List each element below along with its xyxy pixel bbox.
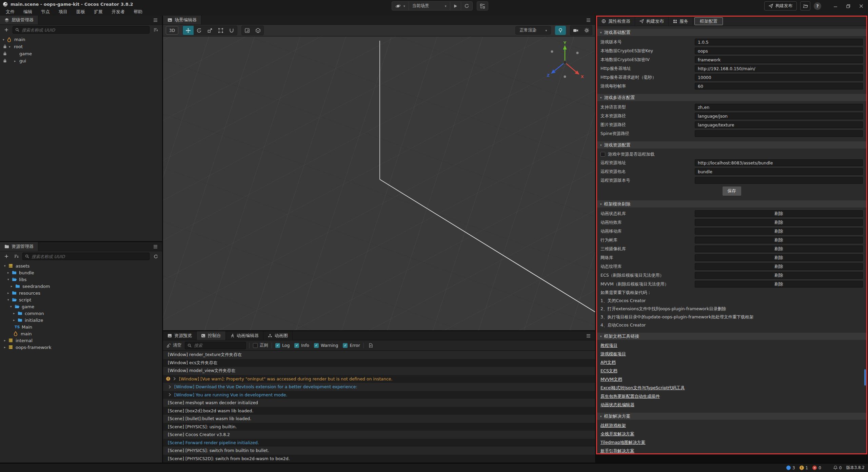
- build-publish-button[interactable]: 构建发布: [764, 1, 797, 11]
- tree-node-main[interactable]: ▾main: [0, 36, 162, 43]
- save-button[interactable]: 保存: [723, 186, 741, 196]
- field-input[interactable]: oops: [695, 47, 863, 54]
- checkbox-info[interactable]: [294, 343, 299, 348]
- tree-node-libs[interactable]: ▾libs: [0, 276, 162, 283]
- console-message[interactable]: [Window] model_view文件夹存在: [163, 367, 595, 375]
- tab-build[interactable]: 构建发布: [635, 17, 669, 26]
- tab-assets[interactable]: 资源管理器: [0, 242, 38, 251]
- chevron-right-icon[interactable]: ▸: [14, 59, 19, 63]
- field-input[interactable]: 10000: [695, 74, 863, 81]
- doc-link[interactable]: 游戏模板项目: [600, 351, 626, 357]
- panel-menu-icon[interactable]: [585, 332, 592, 339]
- chevron-down-icon[interactable]: ▾: [4, 264, 8, 268]
- menu-help[interactable]: 帮助: [129, 8, 147, 16]
- tree-node-Main[interactable]: TSMain: [0, 323, 162, 330]
- doc-link[interactable]: MVVM文档: [600, 377, 622, 382]
- menu-extension[interactable]: 扩展: [90, 8, 107, 16]
- chevron-down-icon[interactable]: ▾: [9, 45, 13, 48]
- chevron-right-icon[interactable]: ▸: [11, 284, 15, 288]
- chevron-right-icon[interactable]: ▸: [13, 312, 18, 315]
- doc-link[interactable]: 动画状态机编辑器: [600, 402, 634, 408]
- doc-link[interactable]: 新手引导解决方案: [600, 448, 634, 453]
- doc-link[interactable]: 原生包热更新配置自动生成插件: [600, 394, 660, 399]
- field-input[interactable]: zh,en: [695, 104, 863, 111]
- remote-load-toggle[interactable]: 游戏中资源是否远程加载: [597, 150, 866, 158]
- scene-camera-button[interactable]: [570, 26, 581, 35]
- chevron-right-icon[interactable]: ▸: [7, 291, 12, 295]
- field-input[interactable]: [695, 130, 863, 137]
- remove-module-button[interactable]: 剔除: [695, 263, 863, 270]
- tree-node-root[interactable]: ▾root: [0, 43, 162, 50]
- render-mode-dropdown[interactable]: 正常渲染 ▾: [515, 26, 551, 35]
- section-header[interactable]: ▾框架解决方案: [597, 413, 866, 420]
- checkbox-log[interactable]: [275, 343, 280, 348]
- menu-node[interactable]: 节点: [37, 8, 54, 16]
- console-message[interactable]: [Scene] Cocos Creator v3.8.2: [163, 431, 595, 439]
- remove-module-button[interactable]: 剔除: [695, 210, 863, 217]
- remove-module-button[interactable]: 剔除: [695, 272, 863, 279]
- create-asset-button[interactable]: [3, 253, 10, 260]
- chevron-right-icon[interactable]: ▸: [4, 346, 8, 349]
- notification-counter[interactable]: 0: [833, 466, 842, 470]
- doc-link[interactable]: ECS文档: [600, 368, 617, 374]
- tree-node-main[interactable]: main: [0, 330, 162, 337]
- checkbox-warning[interactable]: [314, 343, 319, 348]
- filter-icon[interactable]: [152, 26, 159, 34]
- remove-module-button[interactable]: 剔除: [695, 281, 863, 288]
- section-header[interactable]: ▾游戏资源配置: [597, 141, 866, 149]
- tree-node-internal[interactable]: ▸internal: [0, 337, 162, 344]
- doc-link[interactable]: 全栈开发解决方案: [600, 431, 634, 437]
- minimize-button[interactable]: [831, 2, 840, 10]
- tab-console-0[interactable]: 资源预览: [163, 331, 197, 340]
- tab-console-2[interactable]: 动画编辑器: [226, 331, 263, 340]
- menu-project[interactable]: 项目: [54, 8, 72, 16]
- toggle-3d-button[interactable]: 3D: [166, 26, 178, 35]
- tab-service[interactable]: 服务: [669, 17, 693, 26]
- tab-inspector[interactable]: 属性检查器: [597, 17, 635, 26]
- tab-console-1[interactable]: 控制台: [197, 331, 226, 340]
- tree-node-assets[interactable]: ▾assets: [0, 262, 162, 269]
- field-input[interactable]: language/texture: [695, 121, 863, 128]
- chevron-right-icon[interactable]: ▸: [13, 318, 18, 322]
- create-node-button[interactable]: [3, 26, 10, 34]
- refresh-icon[interactable]: [152, 253, 159, 260]
- console-message[interactable]: [Window] [Vue warn]: Property "onInput" …: [163, 375, 595, 383]
- chevron-right-icon[interactable]: ▸: [4, 339, 8, 342]
- remove-module-button[interactable]: 剔除: [695, 245, 863, 252]
- tree-node-common[interactable]: ▸common: [0, 310, 162, 317]
- filter-warning[interactable]: Warning: [314, 343, 338, 348]
- console-message[interactable]: [Scene] Forward render pipeline initiali…: [163, 439, 595, 447]
- doc-link[interactable]: Tiledmap地图解决方案: [600, 440, 646, 446]
- coordinate-mode-button[interactable]: [253, 26, 263, 35]
- field-input[interactable]: [695, 177, 863, 184]
- log-count-error[interactable]: ✕ 0: [812, 466, 821, 470]
- console-message[interactable]: [Scene] [PHYSICS]: switch from builtin t…: [163, 447, 595, 455]
- tree-node-script[interactable]: ▾script: [0, 296, 162, 303]
- tree-node-bundle[interactable]: ▸bundle: [0, 269, 162, 276]
- rotate-tool-button[interactable]: [194, 26, 204, 35]
- section-header[interactable]: ▾游戏基础配置: [597, 29, 866, 36]
- tree-node-gui[interactable]: ▸gui: [0, 57, 162, 64]
- console-message[interactable]: [Scene] [box2d]:box2d wasm lib loaded.: [163, 407, 595, 415]
- doc-link[interactable]: 教程项目: [600, 343, 617, 349]
- scene-select-dropdown[interactable]: 当前场景 ▾: [409, 2, 450, 10]
- remove-module-button[interactable]: 剔除: [695, 237, 863, 243]
- doc-link[interactable]: Excel格式转Json文件与TypeScript代码工具: [600, 385, 685, 391]
- remove-module-button[interactable]: 剔除: [695, 254, 863, 261]
- scale-tool-button[interactable]: [204, 26, 215, 35]
- close-button[interactable]: [856, 2, 866, 10]
- console-message[interactable]: [Window] Download the Vue Devtools exten…: [163, 383, 595, 391]
- hierarchy-search-input[interactable]: [22, 27, 147, 33]
- checkbox-error[interactable]: [343, 343, 348, 348]
- pivot-snap-button[interactable]: [242, 26, 253, 35]
- tab-console-3[interactable]: 动画图: [263, 331, 293, 340]
- expand-chevron-icon[interactable]: [173, 377, 176, 380]
- scrollbar-thumb[interactable]: [864, 369, 866, 386]
- rect-tool-button[interactable]: [215, 26, 226, 35]
- sort-assets-icon[interactable]: [13, 253, 20, 260]
- tree-node-oops-framework[interactable]: ▸oops-framework: [0, 344, 162, 351]
- console-message[interactable]: [Scene] [bullet]:bullet wasm lib loaded.: [163, 415, 595, 423]
- section-header[interactable]: ▾框架模块剔除: [597, 200, 866, 208]
- gizmo-2d-tool-button[interactable]: [226, 26, 237, 35]
- console-message[interactable]: [Scene] [PHYSICS]: using builtin.: [163, 423, 595, 431]
